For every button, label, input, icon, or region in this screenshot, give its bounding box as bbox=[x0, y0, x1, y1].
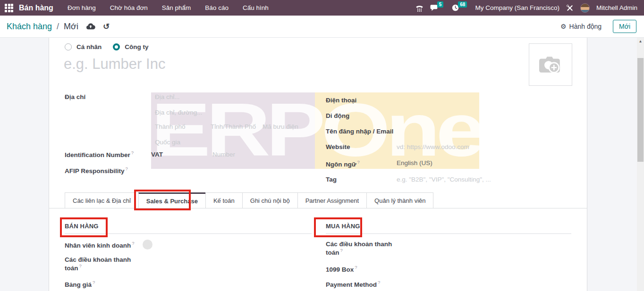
street-input[interactable]: Địa chỉ... bbox=[155, 93, 180, 100]
identification-number-label: Identification Number? bbox=[65, 150, 134, 158]
radio-individual[interactable] bbox=[65, 43, 72, 50]
language-label: Ngôn ngữ? bbox=[326, 159, 360, 168]
tab-accounting[interactable]: Kế toán bbox=[205, 192, 243, 208]
voip-phone-icon[interactable] bbox=[415, 4, 424, 12]
partner-image-upload[interactable] bbox=[529, 43, 572, 86]
breadcrumb-customers[interactable]: Khách hàng bbox=[7, 22, 52, 32]
afip-responsibility-label: AFIP Responsibility? bbox=[65, 166, 128, 175]
action-menu[interactable]: ⚙ Hành động bbox=[560, 23, 602, 30]
activities-clock-icon[interactable]: 68 bbox=[451, 4, 468, 12]
vat-type-select[interactable]: VAT bbox=[151, 151, 163, 158]
tag-label: Tag bbox=[326, 176, 337, 183]
activities-badge: 68 bbox=[458, 1, 467, 8]
camera-plus-icon bbox=[539, 55, 562, 75]
state-input[interactable]: Tỉnh/Thành Phố bbox=[211, 123, 256, 130]
breadcrumb-current: Mới bbox=[64, 22, 78, 32]
menu-to-invoice[interactable]: Chờ hóa đơn bbox=[110, 4, 148, 11]
debug-tools-icon[interactable] bbox=[566, 4, 574, 12]
notebook-tabs: Các liên lạc & Địa chỉ Sales & Purchase … bbox=[49, 192, 587, 208]
help-icon[interactable]: ? bbox=[378, 280, 380, 285]
help-icon[interactable]: ? bbox=[131, 150, 134, 155]
control-panel: Khách hàng / Mới ↺ ⚙ Hành động Mới bbox=[0, 16, 644, 38]
help-icon[interactable]: ? bbox=[79, 263, 82, 268]
radio-individual-label[interactable]: Cá nhân bbox=[76, 43, 102, 50]
help-icon[interactable]: ? bbox=[355, 265, 357, 270]
payment-method-label: Payment Method? bbox=[326, 280, 380, 288]
vertical-scrollbar[interactable]: ▲ bbox=[637, 38, 644, 291]
apps-grid-icon[interactable] bbox=[5, 4, 13, 12]
help-icon[interactable]: ? bbox=[340, 248, 343, 253]
scrollbar-up-arrow[interactable]: ▲ bbox=[637, 38, 644, 44]
purchase-section-title: MUA HÀNG bbox=[326, 223, 571, 234]
form-view: ERPOne Cá nhân Công ty e.g. Lumber Inc Đ… bbox=[0, 38, 644, 291]
box-1099-label: 1099 Box? bbox=[326, 265, 357, 273]
messages-icon[interactable]: 5 bbox=[430, 4, 445, 12]
tab-sales-purchase[interactable]: Sales & Purchase bbox=[138, 192, 206, 208]
tag-input[interactable]: e.g. "B2B", "VIP", "Consulting", ... bbox=[397, 176, 491, 183]
top-navbar: Bán hàng Đơn hàng Chờ hóa đơn Sản phẩm B… bbox=[0, 0, 644, 16]
company-switcher[interactable]: My Company (San Francisco) bbox=[475, 4, 559, 11]
help-icon[interactable]: ? bbox=[132, 241, 134, 246]
sales-payment-terms-label: Các điều khoản thanh toán? bbox=[65, 256, 139, 272]
app-name[interactable]: Bán hàng bbox=[19, 4, 53, 12]
pricelist-label: Bảng giá? bbox=[65, 280, 95, 288]
help-icon[interactable]: ? bbox=[93, 280, 95, 285]
website-label: Website bbox=[326, 143, 350, 150]
action-label: Hành động bbox=[569, 23, 602, 30]
new-button[interactable]: Mới bbox=[613, 20, 636, 33]
zip-input[interactable]: Mã bưu điện bbox=[263, 123, 298, 130]
mobile-label: Di động bbox=[326, 112, 349, 119]
company-name-input[interactable]: e.g. Lumber Inc bbox=[64, 56, 165, 73]
address-label: Địa chỉ bbox=[65, 93, 85, 100]
topbar-left: Bán hàng Đơn hàng Chờ hóa đơn Sản phẩm B… bbox=[0, 4, 269, 12]
salesperson-avatar-placeholder[interactable] bbox=[143, 240, 153, 249]
topbar-right: 5 68 My Company (San Francisco) Mitchell… bbox=[415, 3, 644, 13]
messages-badge: 5 bbox=[437, 1, 444, 8]
street2-input[interactable]: Địa chỉ, đường... bbox=[155, 109, 202, 116]
breadcrumb: Khách hàng / Mới ↺ bbox=[0, 22, 110, 32]
help-icon[interactable]: ? bbox=[126, 166, 128, 171]
menu-products[interactable]: Sản phẩm bbox=[162, 4, 191, 11]
radio-company-label[interactable]: Công ty bbox=[125, 43, 148, 50]
website-input[interactable]: vd: https://www.odoo.com bbox=[397, 143, 469, 150]
tab-membership[interactable]: Quản lý thành viên bbox=[366, 192, 433, 208]
city-input[interactable]: Thành phố bbox=[155, 123, 186, 130]
sales-section-title: BÁN HÀNG bbox=[65, 223, 312, 234]
radio-company[interactable] bbox=[113, 43, 120, 50]
tab-internal-notes[interactable]: Ghi chú nội bộ bbox=[242, 192, 298, 208]
language-select[interactable]: English (US) bbox=[397, 159, 432, 166]
control-panel-right: ⚙ Hành động Mới bbox=[560, 20, 644, 33]
discard-refresh-icon[interactable]: ↺ bbox=[103, 22, 110, 32]
tab-partner-assignment[interactable]: Partner Assignment bbox=[297, 192, 367, 208]
menu-configuration[interactable]: Cấu hình bbox=[243, 4, 269, 11]
form-sheet: ERPOne Cá nhân Công ty e.g. Lumber Inc Đ… bbox=[49, 38, 587, 291]
help-icon[interactable]: ? bbox=[357, 159, 360, 165]
user-avatar[interactable] bbox=[580, 3, 590, 13]
scrollbar-thumb[interactable] bbox=[637, 58, 644, 162]
email-label: Tên đăng nhập / Email bbox=[326, 128, 393, 135]
tab-contacts-addresses[interactable]: Các liên lạc & Địa chỉ bbox=[65, 192, 139, 208]
salesperson-label: Nhân viên kinh doanh? bbox=[65, 241, 139, 249]
gear-icon: ⚙ bbox=[560, 23, 567, 30]
main-menu: Đơn hàng Chờ hóa đơn Sản phẩm Báo cáo Cấ… bbox=[68, 4, 269, 11]
user-menu[interactable]: Mitchell Admin bbox=[596, 4, 637, 11]
save-cloud-icon[interactable] bbox=[86, 23, 95, 30]
purchase-payment-terms-label: Các điều khoản thanh toán? bbox=[326, 241, 400, 256]
country-input[interactable]: Quốc gia bbox=[155, 139, 180, 146]
menu-reporting[interactable]: Báo cáo bbox=[205, 4, 229, 11]
phone-label: Điện thoại bbox=[326, 97, 356, 104]
breadcrumb-separator: / bbox=[57, 22, 59, 32]
vat-number-input[interactable]: Number bbox=[212, 151, 235, 158]
menu-orders[interactable]: Đơn hàng bbox=[68, 4, 96, 11]
company-type-radio-group: Cá nhân Công ty bbox=[65, 43, 155, 50]
